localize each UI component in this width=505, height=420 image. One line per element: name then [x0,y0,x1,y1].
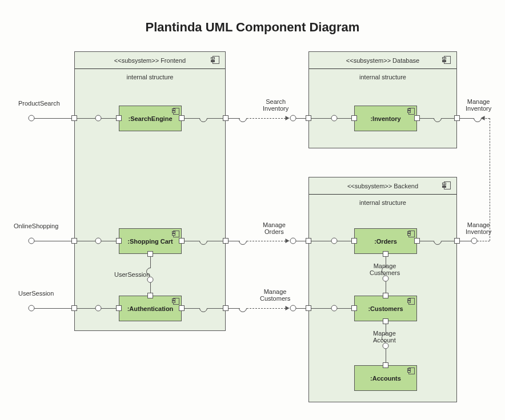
component-icon [408,231,415,236]
connector-line [34,241,74,241]
interface-ball [29,305,35,312]
subsystem-port [71,115,77,121]
arrow-head-icon [286,116,290,120]
subsystem-database: <<subsystem>> Database internal structur… [308,51,457,148]
interface-ball [290,115,296,122]
label-manage-account: Manage Account [373,330,396,344]
component-port [351,115,357,121]
component-icon [408,108,415,114]
subsystem-port [454,238,460,244]
connector-line [311,308,331,309]
subsystem-port [223,305,229,311]
connector-line [34,118,74,119]
connector-line [311,241,331,241]
label-search-inventory: Search Inventory [263,98,288,112]
component-search-engine: :SearchEngine [119,106,182,131]
connector-line [311,118,331,119]
connector-line [34,308,74,309]
component-authentication-label: :Authentication [127,305,174,312]
label-manage-orders: Manage Orders [263,221,286,235]
subsystem-port [71,305,77,311]
label-manage-customers: Manage Customers [260,288,290,302]
component-port [414,115,420,121]
subsystem-frontend-sub: internal structure [75,69,225,80]
component-icon [408,298,415,304]
connector-line [77,241,96,241]
component-port [383,362,388,368]
component-orders: :Orders [354,228,417,254]
interface-ball [29,238,35,244]
component-orders-label: :Orders [374,238,397,245]
label-user-session-internal: UserSession [114,271,150,278]
component-shopping-cart: :Shopping Cart [119,228,182,254]
subsystem-frontend-header: <<subsystem>> Frontend [75,52,225,69]
component-search-engine-label: :SearchEngine [128,115,172,122]
label-manage-customers-internal: Manage Customers [370,262,400,276]
subsystem-backend-header: <<subsystem>> Backend [309,177,456,195]
interface-ball [29,115,35,122]
subsystem-port [306,305,311,311]
component-customers-label: :Customers [368,305,403,312]
connector-line [77,118,96,119]
subsystem-port [306,115,311,121]
subsystem-backend-stereotype: <<subsystem>> Backend [347,183,418,189]
component-port [179,305,185,311]
component-port [383,293,388,298]
subsystem-frontend-stereotype: <<subsystem>> Frontend [114,57,186,64]
subsystem-port [306,238,311,244]
subsystem-database-sub: internal structure [309,69,456,80]
component-accounts-label: :Accounts [370,375,401,382]
component-port [116,305,122,311]
dependency-line [477,241,490,241]
subsystem-port [71,238,77,244]
arrow-head-icon [481,116,485,120]
component-port [116,115,122,121]
dependency-line [247,118,286,119]
component-icon [173,231,179,236]
connector-line [420,241,434,241]
dependency-line [247,241,286,241]
interface-ball [95,238,102,244]
component-authentication: :Authentication [119,296,182,321]
component-customers: :Customers [354,296,417,321]
dependency-line [247,308,286,309]
arrow-head-icon [286,239,290,243]
component-port [116,238,122,244]
subsystem-database-header: <<subsystem>> Database [309,52,456,69]
component-icon [211,56,219,63]
component-shopping-cart-label: :Shopping Cart [127,238,173,245]
interface-ball [331,238,338,244]
connector-line [150,257,151,268]
interface-ball [95,305,102,312]
connector-line [185,241,200,241]
interface-ball [290,305,296,312]
connector-line [77,308,96,309]
component-accounts: :Accounts [354,365,417,391]
label-manage-inventory-db: Manage Inventory [466,98,491,112]
dependency-line [490,118,490,241]
component-icon [173,108,179,114]
connector-line [185,308,200,309]
component-icon [173,298,179,304]
connector-line [185,118,200,119]
component-port [383,318,388,324]
component-port [383,251,388,257]
interface-ball [471,238,478,244]
connector-line [420,118,434,119]
component-port [351,305,357,311]
label-user-session: UserSession [18,290,54,297]
subsystem-port [223,115,229,121]
interface-ball [290,238,296,244]
connector-line [460,118,474,119]
label-online-shopping: OnlineShopping [14,223,58,229]
component-port [179,115,185,121]
subsystem-port [223,238,229,244]
component-inventory: :Inventory [354,106,417,131]
subsystem-port [454,115,460,121]
diagram-title: Plantinda UML Component Diagram [0,20,505,35]
arrow-head-icon [286,306,290,310]
interface-ball [95,115,102,122]
subsystem-database-stereotype: <<subsystem>> Database [346,57,419,64]
component-port [351,238,357,244]
interface-ball [331,305,338,312]
